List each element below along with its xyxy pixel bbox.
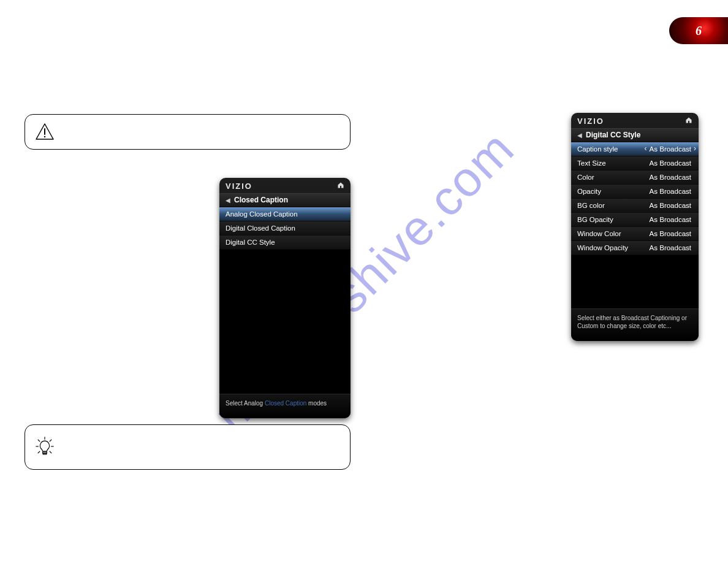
setting-label: Caption style: [577, 145, 618, 153]
svg-line-4: [38, 440, 40, 442]
breadcrumb[interactable]: ◀ Digital CC Style: [571, 128, 699, 142]
hint-highlight: Closed Caption: [265, 400, 306, 407]
panel-hint: Select Analog Closed Caption modes: [219, 394, 351, 418]
warning-icon: [34, 122, 56, 142]
svg-line-9: [50, 451, 51, 453]
brand-label: VIZIO: [577, 117, 604, 126]
panel-header: VIZIO: [219, 178, 351, 193]
setting-value: As Broadcast: [646, 230, 695, 237]
lightbulb-icon: [34, 436, 56, 458]
svg-rect-11: [43, 453, 47, 454]
setting-value: As Broadcast: [646, 244, 695, 251]
brand-label: VIZIO: [226, 182, 252, 191]
digital-cc-style-menu: VIZIO ◀ Digital CC Style Caption style A…: [571, 113, 699, 341]
setting-value: As Broadcast: [646, 188, 695, 195]
setting-label: Opacity: [577, 188, 601, 195]
svg-line-5: [50, 440, 51, 442]
setting-caption-style[interactable]: Caption style As Broadcast: [571, 142, 699, 156]
panel-spacer: [219, 250, 351, 394]
chapter-number: 6: [696, 24, 702, 38]
setting-value: As Broadcast: [646, 202, 695, 209]
menu-item-label: Digital Closed Caption: [226, 224, 295, 232]
setting-text-size[interactable]: Text Size As Broadcast: [571, 156, 699, 170]
back-arrow-icon: ◀: [226, 197, 230, 204]
setting-bg-opacity[interactable]: BG Opacity As Broadcast: [571, 213, 699, 227]
breadcrumb[interactable]: ◀ Closed Caption: [219, 193, 351, 207]
setting-opacity[interactable]: Opacity As Broadcast: [571, 185, 699, 199]
menu-item-analog-cc[interactable]: Analog Closed Caption: [219, 207, 351, 221]
panel-spacer: [571, 255, 699, 308]
setting-value: As Broadcast: [646, 216, 695, 223]
setting-value: As Broadcast: [646, 145, 695, 153]
warning-callout: [25, 114, 351, 150]
setting-window-color[interactable]: Window Color As Broadcast: [571, 227, 699, 241]
closed-caption-menu: VIZIO ◀ Closed Caption Analog Closed Cap…: [219, 178, 351, 418]
menu-item-label: Digital CC Style: [226, 239, 275, 246]
menu-item-label: Analog Closed Caption: [226, 210, 298, 218]
panel-hint: Select either as Broadcast Captioning or…: [571, 308, 699, 341]
setting-value: As Broadcast: [646, 159, 695, 167]
setting-label: Color: [577, 174, 594, 181]
breadcrumb-label: Closed Caption: [234, 196, 288, 204]
panel-header: VIZIO: [571, 113, 699, 128]
home-icon[interactable]: [685, 117, 692, 126]
svg-point-2: [44, 136, 46, 138]
setting-window-opacity[interactable]: Window Opacity As Broadcast: [571, 241, 699, 255]
home-icon[interactable]: [337, 182, 344, 191]
menu-item-digital-cc-style[interactable]: Digital CC Style: [219, 236, 351, 250]
hint-prefix: Select Analog: [226, 400, 265, 407]
setting-label: BG color: [577, 202, 605, 209]
back-arrow-icon: ◀: [577, 132, 582, 139]
setting-label: Window Color: [577, 230, 621, 237]
setting-color[interactable]: Color As Broadcast: [571, 170, 699, 185]
setting-label: Window Opacity: [577, 244, 628, 251]
svg-line-8: [38, 451, 40, 453]
setting-label: BG Opacity: [577, 216, 613, 223]
tip-callout: [25, 424, 351, 470]
chapter-badge: 6: [669, 17, 728, 44]
setting-bg-color[interactable]: BG color As Broadcast: [571, 199, 699, 213]
menu-item-digital-cc[interactable]: Digital Closed Caption: [219, 221, 351, 236]
setting-value: As Broadcast: [646, 174, 695, 181]
hint-suffix: modes: [306, 400, 327, 407]
setting-label: Text Size: [577, 159, 606, 167]
breadcrumb-label: Digital CC Style: [586, 131, 640, 139]
